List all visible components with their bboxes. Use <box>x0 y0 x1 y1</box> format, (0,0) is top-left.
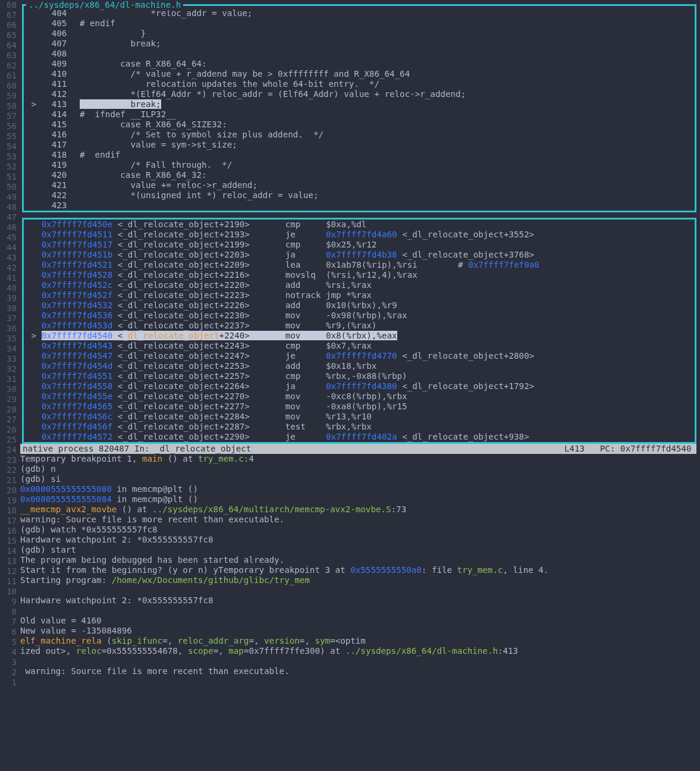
main-content: ../sysdeps/x86_64/dl-machine.h 404 *relo… <box>20 0 700 676</box>
console-line <box>20 606 700 616</box>
source-panel-title: ../sysdeps/x86_64/dl-machine.h <box>26 0 183 10</box>
source-line: 410 /* value + r_addend may be > 0xfffff… <box>26 69 695 79</box>
asm-line: 0x7ffff7fd4532 <_dl_relocate_object+2226… <box>26 300 695 311</box>
console-line: 0x0000555555555080 in memcmp@plt () <box>20 484 700 494</box>
source-line: 416 /* Set to symbol size plus addend. *… <box>26 130 695 140</box>
source-line: 419 /* Fall through. */ <box>26 160 695 170</box>
asm-line: 0x7ffff7fd456f <_dl_relocate_object+2287… <box>26 422 695 432</box>
asm-line: 0x7ffff7fd4511 <_dl_relocate_object+2193… <box>26 230 695 240</box>
source-code-panel[interactable]: 404 *reloc_addr = value; 405 # endif 406… <box>22 8 696 211</box>
console-line: Starting program: /home/wx/Documents/git… <box>20 575 700 585</box>
asm-line: 0x7ffff7fd4543 <_dl_relocate_object+2243… <box>26 341 695 351</box>
source-line: 407 break; <box>26 39 695 49</box>
asm-line: 0x7ffff7fd4565 <_dl_relocate_object+2277… <box>26 402 695 412</box>
source-line: 405 # endif <box>26 18 695 29</box>
line-number-gutter: 6867666564636261605958575655545352515049… <box>0 0 20 688</box>
console-line <box>20 656 700 666</box>
asm-line: 0x7ffff7fd452c <_dl_relocate_object+2220… <box>26 280 695 290</box>
asm-line: 0x7ffff7fd4536 <_dl_relocate_object+2230… <box>26 311 695 321</box>
asm-line: 0x7ffff7fd450e <_dl_relocate_object+2190… <box>26 220 695 230</box>
status-bar: native process 820487 In: _dl_relocate_o… <box>20 444 696 454</box>
source-line: 417 value = sym->st_size; <box>26 140 695 150</box>
gdb-console[interactable]: Temporary breakpoint 1, main () at try_m… <box>20 454 700 676</box>
console-line: warning: Source file is more recent than… <box>20 666 700 676</box>
source-line: 412 *(Elf64_Addr *) reloc_addr = (Elf64_… <box>26 89 695 99</box>
console-line: elf_machine_rela (skip_ifunc=, reloc_add… <box>20 636 700 646</box>
source-line: 418 # endif <box>26 150 695 160</box>
console-line: Hardware watchpoint 2: *0x555555557fc8 <box>20 596 700 606</box>
asm-line: 0x7ffff7fd454d <_dl_relocate_object+2253… <box>26 361 695 371</box>
asm-line: 0x7ffff7fd455e <_dl_relocate_object+2270… <box>26 391 695 402</box>
source-line: > 413 break; <box>26 99 695 109</box>
console-line <box>20 585 700 596</box>
asm-line: > 0x7ffff7fd4540 <_dl_relocate_object+22… <box>26 331 695 341</box>
status-right: L413 PC: 0x7ffff7fd4540 <box>564 444 696 454</box>
console-line: __memcmp_avx2_movbe () at ../sysdeps/x86… <box>20 504 700 515</box>
source-line: 422 *(unsigned int *) reloc_addr = value… <box>26 190 695 200</box>
console-line: 0x0000555555555084 in memcmp@plt () <box>20 494 700 504</box>
source-line: 414 # ifndef __ILP32__ <box>26 109 695 120</box>
asm-line: 0x7ffff7fd451b <_dl_relocate_object+2203… <box>26 250 695 260</box>
console-line: (gdb) si <box>20 474 700 484</box>
asm-line: 0x7ffff7fd453d <_dl_relocate_object+2237… <box>26 321 695 331</box>
source-line: 411 relocation updates the whole 64-bit … <box>26 79 695 89</box>
console-line: The program being debugged has been star… <box>20 555 700 565</box>
console-line: warning: Source file is more recent than… <box>20 515 700 525</box>
asm-line: 0x7ffff7fd456c <_dl_relocate_object+2284… <box>26 412 695 422</box>
source-line: 420 case R_X86_64_32: <box>26 170 695 180</box>
console-line: Old value = 4160 <box>20 616 700 626</box>
console-line: New value = -135084896 <box>20 626 700 636</box>
console-line: (gdb) start <box>20 545 700 555</box>
asm-line: 0x7ffff7fd4572 <_dl_relocate_object+2290… <box>26 432 695 442</box>
asm-line: 0x7ffff7fd4551 <_dl_relocate_object+2257… <box>26 371 695 381</box>
console-line: Hardware watchpoint 2: *0x555555557fc8 <box>20 535 700 545</box>
disassembly-panel[interactable]: 0x7ffff7fd450e <_dl_relocate_object+2190… <box>22 220 696 442</box>
status-left: native process 820487 In: _dl_relocate_o… <box>23 444 251 454</box>
asm-line: 0x7ffff7fd4547 <_dl_relocate_object+2247… <box>26 351 695 361</box>
console-line: ized out>, reloc=0x555555554678, scope=,… <box>20 646 700 656</box>
source-line: 415 case R_X86_64_SIZE32: <box>26 120 695 130</box>
asm-line: 0x7ffff7fd4558 <_dl_relocate_object+2264… <box>26 381 695 391</box>
source-line: 421 value += reloc->r_addend; <box>26 180 695 190</box>
console-line: Start it from the beginning? (y or n) yT… <box>20 565 700 575</box>
console-line: Temporary breakpoint 1, main () at try_m… <box>20 454 700 464</box>
asm-line: 0x7ffff7fd4517 <_dl_relocate_object+2199… <box>26 240 695 250</box>
source-line: 423 <box>26 200 695 211</box>
asm-line: 0x7ffff7fd452f <_dl_relocate_object+2223… <box>26 290 695 300</box>
source-line: 409 case R_X86_64_64: <box>26 59 695 69</box>
console-line: (gdb) n <box>20 464 700 474</box>
source-line: 408 <box>26 49 695 59</box>
asm-line: 0x7ffff7fd4521 <_dl_relocate_object+2209… <box>26 260 695 270</box>
console-line: (gdb) watch *0x555555557fc8 <box>20 525 700 535</box>
asm-line: 0x7ffff7fd4528 <_dl_relocate_object+2216… <box>26 270 695 280</box>
source-line: 406 } <box>26 29 695 39</box>
